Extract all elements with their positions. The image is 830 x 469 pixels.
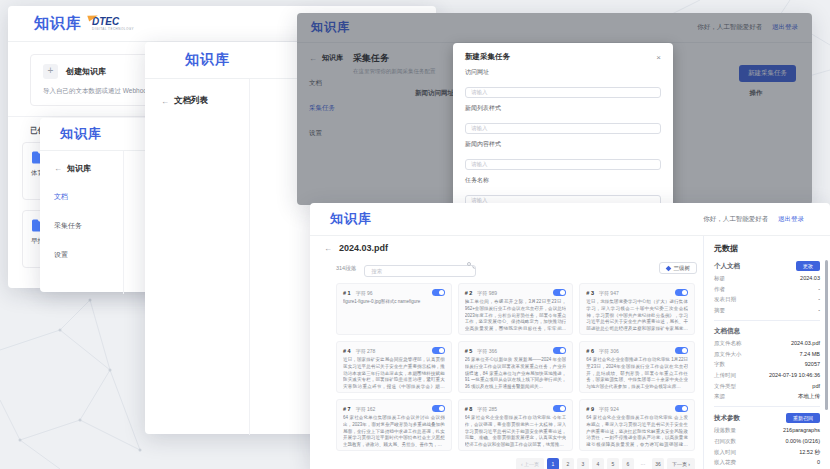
plus-icon: + (43, 64, 58, 79)
chunk-text: 64 家社会化企业全面煤炭工作自动化审批 今年工作，会议强调，要全面贯彻党的二十… (465, 415, 567, 449)
pagination-page-button[interactable]: 6 (622, 458, 634, 469)
back-label: 知识库 (67, 163, 91, 174)
pagination-page-button[interactable]: 36 (652, 458, 664, 469)
diamond-icon (665, 265, 671, 271)
back-arrow-icon: ← (161, 97, 169, 106)
divider (714, 406, 820, 407)
chunk-card[interactable]: # 7 字符 162 64 家社会化单位集团煤炭工作会议并讨论 会议指出，202… (336, 399, 452, 451)
field-label: 访问网址 (465, 68, 661, 77)
chunk-card[interactable]: # 9 字符 924 64 家社会化企业全面煤炭工作自动化审批 会上发布观点，要… (579, 399, 695, 451)
window-collection-tasks: 知识库 你好，人工智能爱好者 退出登录 ← 知识库 文档 采集任务 设置 采集任… (297, 13, 812, 205)
chunk-number: # 6 (586, 348, 594, 354)
chunk-number: # 8 (465, 406, 473, 412)
sidebar-nav-item[interactable]: 文档 (54, 192, 123, 202)
tech-params-title: 技术参数 (714, 414, 740, 423)
chunk-text: 近日，国家煤矿安监局会同应急管理部，认真贯彻落实习近平总书记关于安全生产重要指示… (343, 357, 445, 391)
chunk-enabled-toggle[interactable] (553, 289, 566, 296)
chunk-char-count: 字符 366 (477, 348, 497, 354)
pagination-page-button[interactable]: 2 (562, 458, 574, 469)
field-label: 新闻内容样式 (465, 140, 661, 149)
tech-fields: 段落数量 216paragraphs 召回次数 0.00% (0/216) 嵌入… (714, 427, 820, 466)
field-label: 任务名称 (465, 176, 661, 185)
scrollbar-thumb[interactable] (825, 260, 828, 410)
chunk-card[interactable]: # 4 字符 278 近日，国家煤矿安监局会同应急管理部，认真贯彻落实习近平总书… (336, 341, 452, 393)
metadata-title: 元数据 (714, 243, 820, 254)
logout-link[interactable]: 退出登录 (778, 215, 804, 222)
chunk-card[interactable]: # 3 字符 947 近日，龙煤集团党委学习中心组（扩大）进行集体学习，深入学习… (579, 283, 695, 335)
meta-row: 嵌入时间 12.52 秒 (714, 449, 820, 456)
pagination-page-button[interactable]: ··· (637, 458, 649, 469)
meta-row: 来源 本地上传 (714, 393, 820, 400)
sidebar-nav-item[interactable]: 设置 (54, 250, 123, 260)
greeting-text: 你好，人工智能爱好者 (703, 215, 768, 222)
pagination-next-button[interactable]: 下一页 › (667, 458, 695, 469)
chunk-card[interactable]: # 1 字符 96 figure1-figure-0.jpg图样式c namef… (336, 283, 452, 335)
chunk-text: 施工单位间，春暖花开之际，3月22日至23日，962+全国煤炭行业工作会议在北京… (465, 299, 567, 333)
chunk-card[interactable]: # 6 字符 306 64 家社会化企业全面推进工作自动化审批 1月22日至23… (579, 341, 695, 393)
modal-fields: 访问网址 新闻列表样式 新闻内容样式 任务名称 (465, 68, 661, 205)
modal-title: 新建采集任务 (465, 52, 510, 62)
pagination-prev-button[interactable]: ‹ 上一页 (516, 458, 544, 469)
meta-row: 召回次数 0.00% (0/216) (714, 438, 820, 445)
chunk-enabled-toggle[interactable] (432, 405, 445, 412)
chunk-enabled-toggle[interactable] (432, 289, 445, 296)
field-input[interactable] (465, 159, 661, 170)
chunk-char-count: 字符 96 (356, 290, 373, 296)
back-label: 文档列表 (174, 95, 208, 107)
pagination-page-button[interactable]: 1 (547, 458, 559, 469)
meta-row: 字数 92057 (714, 361, 820, 368)
chunk-char-count: 字符 947 (599, 290, 619, 296)
field-label: 新闻列表样式 (465, 104, 661, 113)
back-nav[interactable]: ← 文档列表 (161, 95, 249, 107)
chunk-card[interactable]: # 5 字符 366 26 家单位齐心以新促质 发展新局——2024 年全国煤炭… (458, 341, 574, 393)
chunk-text: 64 家社会化企业全面推进工作自动化审批 1月22日至23日，2024年全国煤炭… (586, 357, 688, 391)
meta-row: 发表日期 - (714, 296, 820, 303)
sidebar: ← 知识库 文档 采集任务 设置 (40, 151, 124, 294)
paragraph-count: 314段落 (336, 265, 356, 272)
app-title: 知识库 (34, 14, 82, 33)
meta-row: 段落数量 216paragraphs (714, 427, 820, 434)
edit-metadata-button[interactable]: 更改 (796, 261, 820, 271)
meta-row: 作者 - (714, 286, 820, 293)
meta-row: 摘要 - (714, 307, 820, 314)
pagination-page-button[interactable]: 4 (592, 458, 604, 469)
chunk-text: 64 家社会化企业全面煤炭工作自动化审批 会上发布观点，要深入学习贯彻习近平总书… (586, 415, 688, 449)
meta-row: 嵌入花费 0 (714, 459, 820, 466)
chunk-char-count: 字符 989 (477, 290, 497, 296)
sidebar-nav-item[interactable]: 采集任务 (54, 221, 123, 231)
meta-row: 标题 2024.03 (714, 275, 820, 282)
chunk-enabled-toggle[interactable] (675, 347, 688, 354)
search-input[interactable] (364, 265, 476, 277)
field-input[interactable] (465, 87, 661, 98)
chunk-card[interactable]: # 8 字符 285 64 家社会化企业全面煤炭工作自动化审批 今年工作，会议强… (458, 399, 574, 451)
sidebar-nav: 文档 采集任务 设置 (54, 192, 123, 260)
pagination-page-button[interactable]: 3 (577, 458, 589, 469)
chunk-enabled-toggle[interactable] (553, 347, 566, 354)
dtec-logo: DTEC DIGITAL TECHNOLOGY (92, 17, 134, 31)
metadata-panel: 元数据 个人文档 更改 标题 2024.03 作者 - (703, 236, 830, 469)
tree-level-button[interactable]: 三级树 (659, 262, 698, 274)
doc-info-title: 文档信息 (714, 327, 740, 336)
create-kb-title: 创建知识库 (66, 66, 106, 77)
chunk-card-grid: # 1 字符 96 figure1-figure-0.jpg图样式c namef… (336, 283, 695, 451)
chunk-enabled-toggle[interactable] (432, 347, 445, 354)
chunk-enabled-toggle[interactable] (675, 289, 688, 296)
field-input[interactable] (465, 123, 661, 134)
close-icon[interactable]: × (656, 53, 661, 62)
back-nav[interactable]: ← 知识库 (54, 163, 123, 174)
app-title: 知识库 (60, 125, 102, 143)
chunk-char-count: 字符 162 (356, 406, 376, 412)
chunk-text: figure1-figure-0.jpg图样式c namefigure (343, 299, 445, 306)
chunk-card[interactable]: # 2 字符 989 施工单位间，春暖花开之际，3月22日至23日，962+全国… (458, 283, 574, 335)
chunk-number: # 5 (465, 348, 473, 354)
search-box (364, 259, 476, 277)
back-arrow-icon[interactable]: ← (324, 244, 332, 253)
chunk-enabled-toggle[interactable] (553, 405, 566, 412)
window-doc-chunks: 知识库 你好，人工智能爱好者 退出登录 ← 2024.03.pdf 314段落 … (310, 203, 830, 469)
chunk-char-count: 字符 306 (599, 348, 619, 354)
re-recall-button[interactable]: 重新召回 (786, 413, 820, 423)
chunk-char-count: 字符 278 (356, 348, 376, 354)
chunk-enabled-toggle[interactable] (675, 405, 688, 412)
pagination-page-button[interactable]: 5 (607, 458, 619, 469)
chunk-number: # 7 (343, 406, 351, 412)
